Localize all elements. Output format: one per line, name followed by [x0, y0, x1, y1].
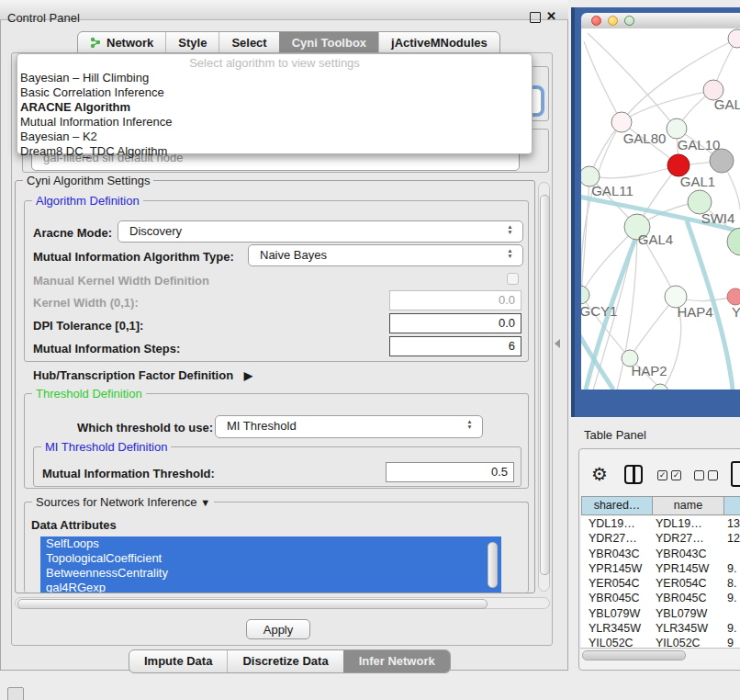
panel-toggle-button[interactable]: [7, 687, 24, 700]
network-window-titlebar[interactable]: [581, 13, 740, 29]
mi-type-value: Naive Bayes: [260, 248, 327, 262]
tab-impute-data[interactable]: Impute Data: [129, 650, 227, 672]
export-table-icon[interactable]: [731, 461, 740, 487]
network-edge[interactable]: [584, 41, 622, 122]
network-node-label: GAL4: [638, 231, 673, 247]
close-traffic-light-icon[interactable]: [591, 16, 601, 26]
network-node[interactable]: [581, 286, 589, 304]
table-row[interactable]: YBL079WYBL079W: [581, 606, 740, 621]
control-panel-titlebar[interactable]: [0, 0, 568, 20]
tab-discretize-data[interactable]: Discretize Data: [227, 650, 342, 672]
network-node-label: GAL80: [623, 130, 667, 146]
tab-infer-network[interactable]: Infer Network: [343, 650, 450, 672]
settings-vertical-scrollbar[interactable]: [538, 182, 550, 592]
tab-jactivemnodules[interactable]: jActiveMNodules: [378, 32, 499, 53]
attributes-scrollbar[interactable]: [487, 540, 498, 590]
attribute-item[interactable]: BetweennessCentrality: [40, 566, 501, 581]
network-node-label: GAL11: [591, 183, 633, 198]
popup-item[interactable]: Dream8 DC_TDC Algorithm: [19, 144, 524, 159]
mi-steps-field[interactable]: 6: [389, 336, 521, 356]
tab-style[interactable]: Style: [165, 32, 219, 53]
popup-item[interactable]: Basic Correlation Inference: [19, 85, 524, 100]
dpi-tolerance-label: DPI Tolerance [0,1]:: [33, 319, 143, 333]
network-edge[interactable]: [581, 176, 589, 295]
network-node-label: GAL1: [680, 174, 715, 189]
table-row[interactable]: YPR145WYPR145W9.: [581, 561, 740, 576]
table-cell: YPR145W: [581, 561, 652, 576]
column-header-shared-name[interactable]: shared…: [581, 496, 653, 515]
table-row[interactable]: YBR045CYBR045C9.: [581, 591, 740, 605]
gear-icon[interactable]: ⚙: [591, 463, 608, 485]
mi-type-combo[interactable]: Naive Bayes ▲▼: [248, 244, 523, 266]
table-cell: [723, 547, 727, 561]
zoom-traffic-light-icon[interactable]: [624, 16, 634, 26]
network-node[interactable]: [727, 288, 740, 305]
table-row[interactable]: YIL052CYIL052C9: [581, 636, 740, 648]
network-edge[interactable]: [630, 297, 676, 358]
tab-cyni-toolbox[interactable]: Cyni Toolbox: [279, 32, 378, 53]
settings-horizontal-scrollbar[interactable]: [15, 597, 550, 609]
float-window-icon[interactable]: [530, 12, 541, 23]
popup-item[interactable]: Bayesian – K2: [19, 130, 524, 144]
table-cell: YLR345W: [581, 621, 652, 636]
mi-threshold-group-title: MI Threshold Definition: [41, 440, 171, 454]
attribute-item[interactable]: gal4RGexp: [40, 581, 501, 593]
table-cell: YBR045C: [581, 591, 652, 605]
network-node[interactable]: [727, 228, 740, 255]
sources-title-text: Sources for Network Inference: [36, 495, 197, 509]
close-icon[interactable]: ✕: [546, 9, 556, 23]
dpi-tolerance-field[interactable]: 0.0: [389, 313, 521, 333]
network-node-label: Y: [732, 304, 740, 320]
table-cell: 13: [723, 516, 740, 531]
table-cell: YBR043C: [581, 547, 652, 561]
popup-item[interactable]: Bayesian – Hill Climbing: [19, 71, 524, 85]
select-all-columns-icon[interactable]: ✓✓: [657, 470, 683, 481]
column-header-clipped[interactable]: [723, 496, 740, 515]
network-node[interactable]: [611, 112, 632, 132]
splitpane-collapse-icon[interactable]: [555, 339, 560, 348]
scrollbar-thumb[interactable]: [17, 599, 488, 609]
table-row[interactable]: YLR345WYLR345W9.: [581, 621, 740, 636]
deselect-all-columns-icon[interactable]: [694, 470, 720, 481]
network-node[interactable]: [667, 119, 687, 139]
network-node[interactable]: [728, 29, 740, 48]
column-layout-icon[interactable]: [624, 465, 643, 484]
which-threshold-combo[interactable]: MI Threshold ▲▼: [215, 415, 483, 438]
popup-item[interactable]: Mutual Information Inference: [19, 115, 524, 130]
mi-threshold-field[interactable]: 0.5: [386, 462, 514, 482]
table-cell: YBL079W: [652, 606, 723, 621]
network-edge[interactable]: [589, 165, 678, 178]
kernel-width-field[interactable]: 0.0: [389, 290, 521, 310]
minimize-traffic-light-icon[interactable]: [608, 16, 618, 26]
hub-definition-toggle[interactable]: Hub/Transcription Factor Definition ▶: [33, 368, 252, 382]
table-row[interactable]: YDR27…YDR27…12: [581, 531, 740, 546]
network-view-canvas[interactable]: GAL2GAL80GAL10GAL1GAL11SWI4GAL4GCY1HAP4Y…: [581, 28, 740, 390]
control-panel-title: Control Panel: [7, 11, 80, 25]
table-horizontal-scrollbar[interactable]: [580, 648, 740, 660]
apply-button[interactable]: Apply: [246, 619, 310, 639]
attribute-item[interactable]: TopologicalCoefficient: [40, 551, 501, 566]
table-cell: YLR345W: [652, 621, 723, 636]
control-panel-tabbar: Network Style Select Cyni Toolbox jActiv…: [77, 31, 500, 54]
table-body[interactable]: YDL19…YDL19…13YDR27…YDR27…12YBR043CYBR04…: [581, 516, 740, 648]
aracne-mode-value: Discovery: [129, 224, 182, 238]
attribute-item[interactable]: SelfLoops: [40, 536, 501, 551]
popup-item-selected[interactable]: ARACNE Algorithm: [19, 100, 524, 115]
settings-group-title: Cyni Algorithm Settings: [23, 174, 153, 187]
scrollbar-thumb[interactable]: [540, 195, 550, 575]
data-attributes-list[interactable]: SelfLoopsTopologicalCoefficientBetweenne…: [40, 536, 501, 593]
table-row[interactable]: YDL19…YDL19…13: [581, 516, 740, 531]
table-cell: YDR27…: [652, 531, 723, 546]
tab-network[interactable]: Network: [78, 32, 165, 53]
column-header-name[interactable]: name: [652, 496, 724, 515]
manual-kernel-checkbox[interactable]: [507, 273, 519, 285]
table-row[interactable]: YER054CYER054C8.: [581, 576, 740, 591]
network-node-label: HAP4: [677, 304, 712, 320]
scrollbar-thumb[interactable]: [488, 542, 498, 588]
combo-stepper-icon: ▲▼: [506, 248, 514, 259]
scrollbar-thumb[interactable]: [582, 650, 686, 660]
sources-group-title[interactable]: Sources for Network Inference ▼: [32, 495, 214, 510]
tab-select[interactable]: Select: [219, 32, 278, 53]
aracne-mode-combo[interactable]: Discovery ▲▼: [118, 220, 523, 243]
table-row[interactable]: YBR043CYBR043C: [581, 547, 740, 561]
